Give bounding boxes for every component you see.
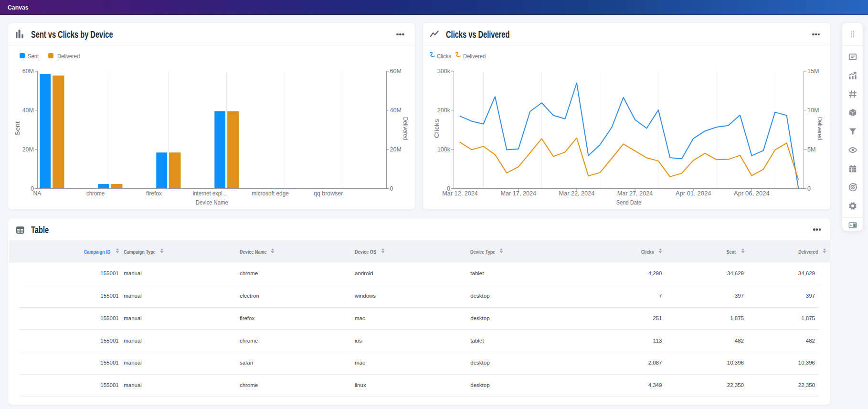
- svg-text:20M: 20M: [22, 146, 34, 153]
- svg-text:20M: 20M: [390, 146, 402, 153]
- svg-text:Sent: Sent: [14, 121, 21, 136]
- svg-text:Mar 17, 2024: Mar 17, 2024: [501, 190, 537, 197]
- svg-text:200k: 200k: [437, 107, 451, 114]
- svg-text:60M: 60M: [390, 68, 402, 75]
- svg-text:40M: 40M: [390, 107, 402, 114]
- svg-text:Mar 27, 2024: Mar 27, 2024: [617, 190, 653, 197]
- svg-text:5M: 5M: [807, 146, 815, 153]
- svg-text:0: 0: [390, 185, 393, 192]
- svg-text:NA: NA: [33, 190, 42, 197]
- svg-text:100k: 100k: [437, 146, 451, 153]
- svg-text:Send Date: Send Date: [616, 199, 641, 206]
- svg-text:Mar 22, 2024: Mar 22, 2024: [559, 190, 595, 197]
- svg-text:qq browser: qq browser: [314, 190, 343, 197]
- svg-text:40M: 40M: [22, 107, 34, 114]
- svg-text:300k: 300k: [437, 68, 451, 75]
- svg-text:15M: 15M: [807, 68, 819, 75]
- svg-text:Clicks: Clicks: [433, 118, 440, 138]
- svg-text:0: 0: [807, 185, 811, 192]
- svg-text:Delivered: Delivered: [816, 117, 824, 140]
- svg-text:chrome: chrome: [86, 190, 105, 197]
- svg-text:10M: 10M: [807, 107, 819, 114]
- svg-text:Device Name: Device Name: [196, 199, 228, 206]
- svg-text:60M: 60M: [22, 68, 34, 75]
- svg-text:microsoft edge: microsoft edge: [252, 190, 289, 197]
- svg-text:Mar 12, 2024: Mar 12, 2024: [442, 190, 478, 197]
- svg-text:Apr 01, 2024: Apr 01, 2024: [676, 190, 711, 197]
- svg-text:Apr 06, 2024: Apr 06, 2024: [734, 190, 770, 197]
- svg-text:Delivered: Delivered: [402, 117, 409, 140]
- svg-text:internet expl...: internet expl...: [193, 190, 227, 197]
- svg-text:firefox: firefox: [146, 190, 162, 197]
